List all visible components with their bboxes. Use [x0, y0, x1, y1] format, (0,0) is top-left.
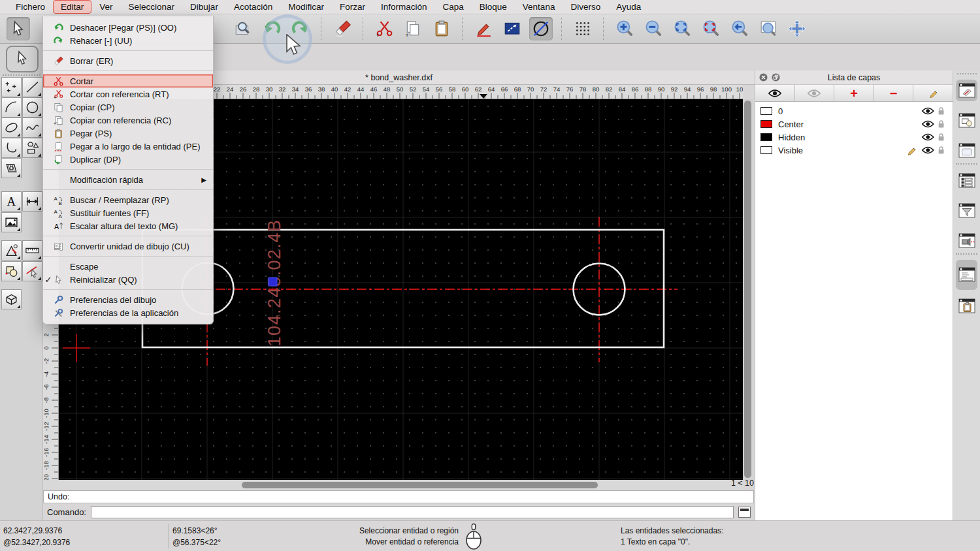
layer-lock-icon[interactable] [938, 106, 945, 116]
layer-row-center[interactable]: Center [755, 118, 953, 131]
tool-shapes-button[interactable] [22, 138, 42, 158]
copy-button[interactable]: + [401, 17, 425, 40]
dock-filter-button[interactable] [956, 200, 977, 221]
layer-row-visible[interactable]: Visible [755, 144, 953, 157]
menu-item-cortar[interactable]: Cortar [43, 74, 213, 87]
layer-row-0[interactable]: 0 [755, 104, 953, 118]
dock-entity-list-button[interactable] [956, 170, 977, 191]
menu-item-modificacion-rapida[interactable]: Modificación rápida▶ [43, 173, 213, 186]
menubar-item-fichero[interactable]: Fichero [8, 0, 53, 14]
remove-layer-button[interactable]: − [874, 85, 914, 101]
vertical-scrollbar-thumb[interactable] [744, 101, 751, 478]
menubar-item-dibujar[interactable]: Dibujar [182, 0, 226, 14]
dock-projection-button[interactable] [956, 230, 977, 251]
tool-text-button[interactable]: A [1, 191, 22, 212]
tool-spline-button[interactable] [22, 118, 42, 138]
menu-item-escalar-altura-del-texto-mg[interactable]: AEscalar altura del texto (MG) [43, 219, 213, 232]
horizontal-scrollbar[interactable] [43, 480, 743, 490]
tool-circle-button[interactable] [22, 97, 42, 118]
dock-library-button[interactable] [956, 140, 977, 161]
zoom-selection-button[interactable] [699, 17, 723, 40]
menubar-item-capa[interactable]: Capa [435, 0, 472, 14]
menubar-item-diverso[interactable]: Diverso [563, 0, 608, 14]
menubar-item-seleccionar[interactable]: Seleccionar [121, 0, 183, 14]
menu-item-preferencias-de-la-aplicacion[interactable]: Preferencias de la aplicación [43, 306, 213, 319]
menubar-item-editar[interactable]: Editar [53, 0, 91, 14]
zoom-window-button[interactable] [757, 17, 780, 40]
layer-visibility-eye-icon[interactable] [921, 146, 932, 154]
tool-image-button[interactable] [1, 212, 22, 232]
cut-button[interactable]: + [372, 17, 396, 40]
layer-visibility-eye-icon[interactable] [921, 133, 932, 141]
horizontal-scrollbar-thumb[interactable] [242, 482, 598, 488]
selection-tool-button[interactable] [6, 46, 39, 72]
tool-polyline-button[interactable] [1, 138, 22, 158]
command-window-toggle-button[interactable] [738, 507, 751, 518]
menu-item-cortar-con-referencia-rt[interactable]: +Cortar con referencia (RT) [43, 87, 213, 101]
menu-item-copiar-cp[interactable]: Copiar (CP) [43, 101, 213, 114]
snap-grid-button[interactable] [571, 17, 595, 40]
zoom-previous-button[interactable] [728, 17, 751, 40]
menubar-item-ayuda[interactable]: Ayuda [608, 0, 649, 14]
tool-dimension-button[interactable] [22, 191, 42, 212]
menubar-item-ventana[interactable]: Ventana [515, 0, 563, 14]
edit-attributes-button[interactable] [500, 17, 524, 40]
menu-item-sustituir-fuentes-ff[interactable]: AASustituir fuentes (FF) [43, 206, 213, 219]
layer-visibility-eye-icon[interactable] [921, 120, 932, 128]
layer-row-hidden[interactable]: Hidden [755, 131, 953, 144]
show-all-layers-eye-button[interactable] [755, 85, 795, 101]
menu-item-pegar-ps[interactable]: Pegar (PS) [43, 127, 213, 140]
menubar-item-modificar[interactable]: Modificar [280, 0, 332, 14]
menu-item-escape[interactable]: Escape [43, 260, 213, 273]
zoom-pan-button[interactable] [785, 17, 809, 40]
detach-panel-icon[interactable] [772, 73, 780, 82]
layer-lock-icon[interactable] [938, 146, 945, 155]
tool-line-button[interactable] [22, 77, 42, 97]
print-preview-button[interactable] [231, 17, 255, 40]
menu-item-borrar-er[interactable]: Borrar (ER) [43, 54, 213, 67]
paste-button[interactable] [430, 17, 453, 40]
draw-order-button[interactable] [529, 17, 553, 40]
menu-item-buscar-reemplazar-rp[interactable]: ABBuscar / Reemplazar (RP) [43, 193, 213, 206]
menu-item-rehacer-uu[interactable]: Rehacer [-] (UU) [43, 34, 213, 47]
edit-layer-button[interactable] [913, 85, 953, 101]
layer-visibility-eye-icon[interactable] [921, 107, 932, 115]
tool-ellipse-button[interactable] [1, 118, 22, 138]
dock-layer-list-button[interactable] [956, 80, 977, 101]
menu-item-copiar-con-referencia-rc[interactable]: +Copiar con referencia (RC) [43, 114, 213, 127]
select-arrow-button[interactable] [7, 17, 30, 40]
dock-block-list-button[interactable] [956, 110, 977, 131]
layer-lock-icon[interactable] [938, 119, 945, 129]
command-input[interactable] [91, 506, 734, 518]
selection-handle[interactable] [269, 277, 277, 286]
edit-entity-button[interactable] [472, 17, 495, 40]
menubar-item-ver[interactable]: Ver [91, 0, 120, 14]
delete-button[interactable] [331, 17, 354, 40]
hide-all-layers-eye-button[interactable] [795, 85, 835, 101]
menu-item-reinicializar-qq[interactable]: ✓Reinicializar (QQ) [43, 273, 213, 286]
layer-lock-icon[interactable] [938, 133, 945, 142]
tool-modify-button[interactable] [1, 240, 22, 260]
tool-select-entity-button[interactable] [22, 261, 42, 281]
tool-arc-button[interactable] [1, 97, 22, 118]
tool-blocks-button[interactable] [1, 261, 22, 281]
tool-measure-button[interactable] [22, 240, 42, 260]
undo-history-bar[interactable]: Undo: [43, 490, 754, 503]
menu-item-duplicar-dp[interactable]: Duplicar (DP) [43, 153, 213, 166]
menubar-item-informacion[interactable]: Información [373, 0, 435, 14]
tool-hatch-button[interactable] [1, 158, 22, 178]
vertical-scrollbar[interactable] [743, 99, 753, 480]
menu-item-convertir-unidad-de-dibujo-cu[interactable]: inmmConvertir unidad de dibujo (CU) [43, 240, 213, 253]
zoom-out-button[interactable] [642, 17, 665, 40]
menubar-item-bloque[interactable]: Bloque [472, 0, 515, 14]
dock-clipboard-button[interactable] [956, 295, 977, 317]
tool-cube-button[interactable] [1, 289, 22, 309]
menubar-item-forzar[interactable]: Forzar [332, 0, 373, 14]
add-layer-button[interactable]: + [834, 85, 874, 101]
close-icon[interactable] [759, 73, 768, 82]
menu-item-pegar-a-lo-largo-de-la-entidad-pe[interactable]: Pegar a lo largo de la entidad (PE) [43, 140, 213, 153]
menubar-item-acotacion[interactable]: Acotación [226, 0, 280, 14]
menu-item-deshacer-pegar-ps-oo[interactable]: Deshacer [Pegar (PS)] (OO) [43, 21, 213, 34]
zoom-auto-button[interactable] [670, 17, 694, 40]
zoom-in-button[interactable] [613, 17, 636, 40]
